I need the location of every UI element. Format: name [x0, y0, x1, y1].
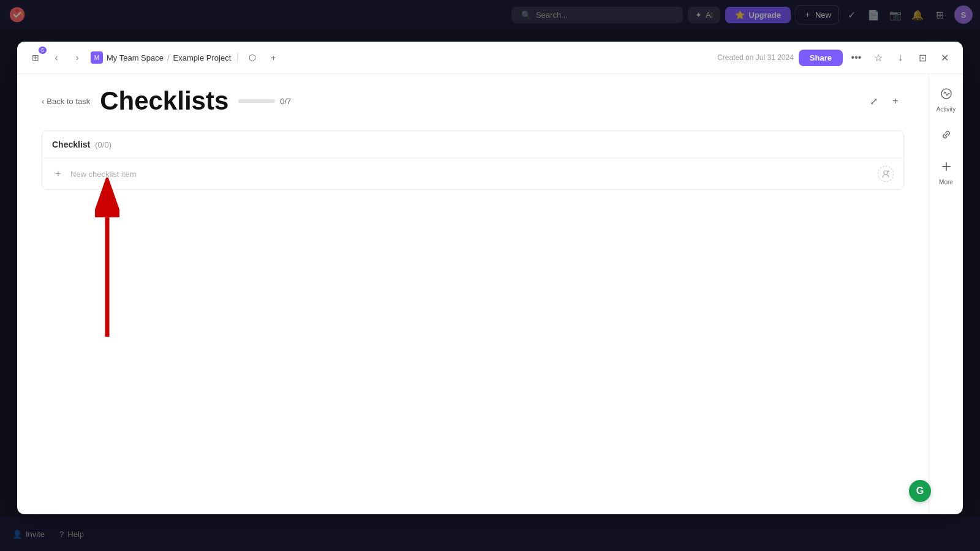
header-left: ⊞ 5 ‹ › — [27, 49, 86, 66]
project-link[interactable]: Example Project — [173, 53, 232, 62]
header-actions: Created on Jul 31 2024 Share ••• ☆ ↓ ⊡ ✕ — [717, 49, 953, 66]
modal-panel: ⊞ 5 ‹ › M My Team Space / Example Projec… — [17, 42, 963, 514]
workspace-name: My Team Space — [107, 53, 164, 62]
link-icon — [937, 125, 956, 144]
more-label: More — [939, 179, 953, 186]
download-button[interactable]: ↓ — [892, 49, 909, 66]
checklist-section: Checklist (0/0) + New checklist item — [42, 130, 904, 190]
modal-body: ‹ Back to task Checklists 0/7 ⤢ + — [17, 74, 963, 514]
page-actions: ⤢ + — [865, 92, 904, 110]
close-button[interactable]: ✕ — [936, 49, 953, 66]
activity-button[interactable]: Activity — [937, 84, 956, 113]
plus-action-button[interactable]: More — [937, 157, 956, 186]
modal-header: ⊞ 5 ‹ › M My Team Space / Example Projec… — [17, 42, 963, 74]
sidebar-toggle[interactable]: ⊞ 5 — [27, 49, 44, 66]
checklist-count: (0/0) — [95, 140, 111, 149]
star-button[interactable]: ☆ — [870, 49, 887, 66]
page-header: ‹ Back to task Checklists 0/7 ⤢ + — [42, 86, 904, 116]
activity-label: Activity — [937, 106, 956, 113]
main-content: ‹ Back to task Checklists 0/7 ⤢ + — [17, 74, 929, 514]
workspace-link[interactable]: M My Team Space — [91, 51, 164, 64]
breadcrumb-divider — [237, 53, 238, 62]
back-nav-button[interactable]: ‹ — [48, 49, 65, 66]
notification-badge: 5 — [39, 47, 47, 54]
right-sidebar: Activity More — [929, 74, 963, 514]
minimize-button[interactable]: ⤢ — [865, 92, 882, 110]
assign-icon[interactable] — [878, 166, 894, 182]
progress-bar — [238, 99, 275, 103]
progress-container: 0/7 — [238, 97, 291, 106]
forward-nav-button[interactable]: › — [69, 49, 86, 66]
progress-text: 0/7 — [280, 97, 291, 106]
activity-icon — [937, 84, 956, 103]
new-item-text: New checklist item — [70, 170, 872, 179]
add-page-icon[interactable]: + — [265, 49, 282, 66]
back-arrow-icon: ‹ — [42, 97, 44, 106]
breadcrumb: M My Team Space / Example Project ⬡ + — [91, 49, 712, 66]
share-page-icon[interactable]: ⬡ — [244, 49, 261, 66]
add-section-button[interactable]: + — [887, 92, 904, 110]
new-item-row[interactable]: + New checklist item — [42, 159, 903, 189]
add-item-icon: + — [52, 168, 64, 179]
checklist-title: Checklist — [52, 140, 90, 149]
link-button[interactable] — [937, 125, 956, 144]
share-button[interactable]: Share — [799, 50, 843, 66]
more-options-button[interactable]: ••• — [848, 49, 865, 66]
grammarly-button[interactable]: G — [909, 480, 931, 502]
page-title: Checklists — [100, 86, 228, 116]
created-date: Created on Jul 31 2024 — [717, 53, 794, 62]
checklist-items: + New checklist item — [42, 158, 903, 189]
workspace-icon: M — [91, 51, 103, 64]
svg-point-3 — [884, 171, 888, 174]
fullscreen-button[interactable]: ⊡ — [914, 49, 931, 66]
back-link[interactable]: ‹ Back to task — [42, 97, 90, 106]
checklist-header: Checklist (0/0) — [42, 131, 903, 158]
plus-action-icon — [937, 157, 956, 176]
breadcrumb-separator: / — [167, 53, 170, 62]
